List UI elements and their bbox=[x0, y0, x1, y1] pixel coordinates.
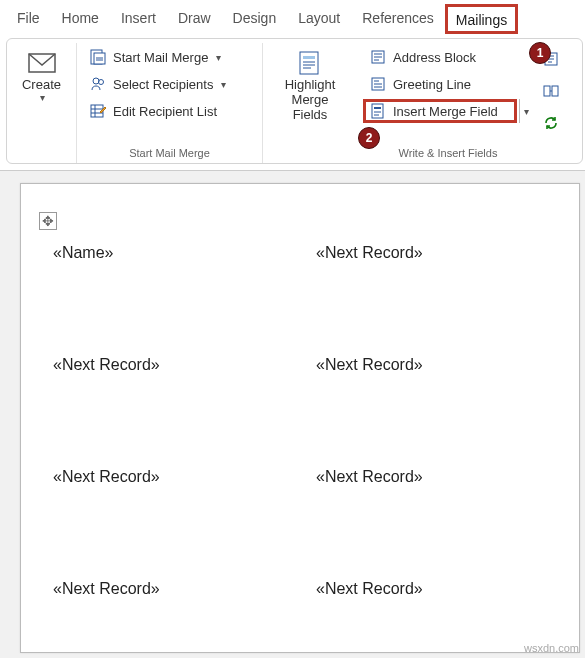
group-create: Create ▾ bbox=[7, 43, 77, 163]
start-mail-merge-label: Start Mail Merge bbox=[113, 50, 208, 65]
group-label-write-insert: Write & Insert Fields bbox=[363, 144, 533, 163]
tab-draw[interactable]: Draw bbox=[167, 2, 222, 34]
insert-merge-field-button[interactable]: Insert Merge Field bbox=[363, 99, 517, 123]
chevron-down-icon: ▾ bbox=[40, 92, 45, 103]
greeting-line-icon bbox=[369, 75, 387, 93]
group-start-mail-merge: Start Mail Merge ▾ Select Recipients ▾ E… bbox=[77, 43, 263, 163]
merge-field[interactable]: «Next Record» bbox=[53, 468, 316, 486]
tab-design[interactable]: Design bbox=[222, 2, 288, 34]
edit-recipient-list-label: Edit Recipient List bbox=[113, 104, 217, 119]
svg-rect-6 bbox=[300, 52, 318, 74]
labels-grid: «Name» «Next Record» «Next Record» «Next… bbox=[21, 208, 579, 598]
create-label: Create bbox=[22, 77, 61, 92]
merge-field[interactable]: «Next Record» bbox=[316, 580, 579, 598]
chevron-down-icon: ▾ bbox=[221, 79, 226, 90]
tab-home[interactable]: Home bbox=[51, 2, 110, 34]
chevron-down-icon: ▾ bbox=[216, 52, 221, 63]
callout-badge-2: 2 bbox=[358, 127, 380, 149]
merge-field[interactable]: «Next Record» bbox=[316, 468, 579, 486]
match-fields-icon[interactable] bbox=[541, 81, 561, 101]
greeting-line-button[interactable]: Greeting Line bbox=[363, 72, 533, 96]
svg-rect-10 bbox=[372, 104, 383, 118]
insert-merge-field-dropdown[interactable]: ▾ bbox=[519, 99, 533, 123]
select-recipients-label: Select Recipients bbox=[113, 77, 213, 92]
group-spacer bbox=[269, 144, 351, 163]
greeting-line-label: Greeting Line bbox=[393, 77, 471, 92]
merge-field[interactable]: «Next Record» bbox=[316, 356, 579, 374]
highlight-merge-fields-button[interactable]: Highlight Merge Fields bbox=[269, 43, 351, 122]
table-move-handle-icon[interactable]: ✥ bbox=[39, 212, 57, 230]
highlight-fields-icon bbox=[295, 51, 325, 75]
envelope-icon bbox=[27, 51, 57, 75]
svg-rect-11 bbox=[374, 107, 381, 109]
tab-file[interactable]: File bbox=[6, 2, 51, 34]
tab-mailings[interactable]: Mailings bbox=[445, 4, 518, 34]
group-label-create bbox=[13, 144, 70, 163]
callout-badge-1: 1 bbox=[529, 42, 551, 64]
merge-field[interactable]: «Name» bbox=[53, 244, 316, 262]
document-page[interactable]: ✥ «Name» «Next Record» «Next Record» «Ne… bbox=[20, 183, 580, 653]
document-area: ✥ «Name» «Next Record» «Next Record» «Ne… bbox=[0, 170, 585, 658]
tab-mailings-label: Mailings bbox=[456, 12, 507, 28]
address-block-label: Address Block bbox=[393, 50, 476, 65]
select-recipients-button[interactable]: Select Recipients ▾ bbox=[83, 72, 256, 96]
update-labels-icon[interactable] bbox=[541, 113, 561, 133]
group-highlight-merge-fields: Highlight Merge Fields bbox=[263, 43, 357, 163]
tab-insert[interactable]: Insert bbox=[110, 2, 167, 34]
merge-field[interactable]: «Next Record» bbox=[316, 244, 579, 262]
watermark: wsxdn.com bbox=[524, 642, 579, 654]
address-block-icon bbox=[369, 48, 387, 66]
merge-field[interactable]: «Next Record» bbox=[53, 356, 316, 374]
highlight-merge-label2: Merge Fields bbox=[277, 92, 343, 122]
tab-layout[interactable]: Layout bbox=[287, 2, 351, 34]
svg-rect-7 bbox=[303, 56, 315, 59]
create-button[interactable]: Create ▾ bbox=[14, 43, 69, 103]
start-mail-merge-button[interactable]: Start Mail Merge ▾ bbox=[83, 45, 256, 69]
insert-merge-field-label: Insert Merge Field bbox=[393, 104, 498, 119]
insert-merge-field-icon bbox=[369, 102, 387, 120]
edit-recipient-list-button[interactable]: Edit Recipient List bbox=[83, 99, 256, 123]
edit-list-icon bbox=[89, 102, 107, 120]
tab-references[interactable]: References bbox=[351, 2, 445, 34]
group-label-start-mail-merge: Start Mail Merge bbox=[83, 144, 256, 163]
merge-field[interactable]: «Next Record» bbox=[53, 580, 316, 598]
svg-rect-14 bbox=[552, 86, 558, 96]
svg-point-3 bbox=[93, 78, 99, 84]
highlight-merge-label1: Highlight bbox=[285, 77, 336, 92]
mail-merge-icon bbox=[89, 48, 107, 66]
ribbon: Create ▾ Start Mail Merge ▾ bbox=[6, 38, 583, 164]
address-block-button[interactable]: Address Block bbox=[363, 45, 533, 69]
group-write-insert-fields: Address Block Greeting Line Insert Merge… bbox=[357, 43, 539, 163]
ribbon-tab-bar: File Home Insert Draw Design Layout Refe… bbox=[0, 0, 585, 36]
recipients-icon bbox=[89, 75, 107, 93]
chevron-down-icon: ▾ bbox=[524, 106, 529, 117]
svg-rect-13 bbox=[544, 86, 550, 96]
